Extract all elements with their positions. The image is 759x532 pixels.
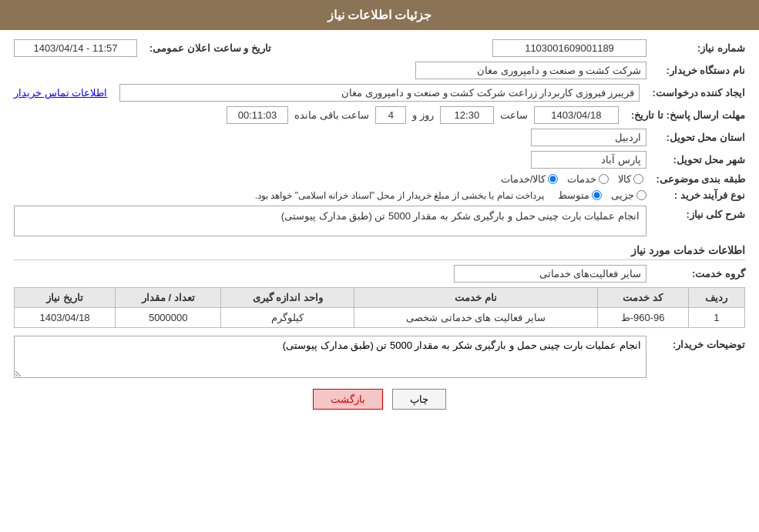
- radio-kala-input[interactable]: [633, 174, 643, 184]
- namDastgah-label: نام دستگاه خریدار:: [653, 65, 745, 76]
- shahr-label: شهر محل تحویل:: [653, 154, 745, 166]
- groupKhadamat-label: گروه خدمت:: [653, 268, 745, 279]
- ijadKarande-label: ایجاد کننده درخواست:: [646, 87, 745, 99]
- saat-value: 12:30: [440, 106, 494, 124]
- radio-kala[interactable]: کالا: [618, 173, 643, 185]
- namDastgah-value: شرکت کشت و صنعت و دامپروری مغان: [415, 62, 646, 79]
- sharhKolli-value: انجام عملیات بارت چینی حمل و بارگیری شکر…: [14, 206, 646, 236]
- saatBaqi-value: 00:11:03: [227, 106, 288, 124]
- tabaqeBandi-label: طبقه بندی موضوعی:: [650, 173, 745, 185]
- radio-mottaset-input[interactable]: [592, 190, 602, 200]
- radio-khadamat-input[interactable]: [599, 174, 609, 184]
- table-cell-5: 1403/04/18: [15, 308, 116, 328]
- khadamat-section-title: اطلاعات خدمات مورد نیاز: [14, 244, 745, 260]
- page-header: جزئیات اطلاعات نیاز: [0, 0, 759, 30]
- radio-khadamat[interactable]: خدمات: [567, 173, 609, 185]
- tozihat-textarea[interactable]: [14, 336, 646, 378]
- mohlatErsal-label: مهلت ارسال پاسخ: تا تاریخ:: [625, 109, 745, 121]
- roz-label: روز و: [412, 109, 434, 121]
- button-row: چاپ بازگشت: [14, 389, 745, 410]
- novFarayand-desc: پرداخت تمام یا بخشی از مبلغ خریدار از مح…: [255, 190, 544, 201]
- novFarayand-radio-group: جزیی متوسط: [558, 189, 646, 201]
- radio-jozi[interactable]: جزیی: [611, 189, 646, 201]
- radio-khadamat-label: خدمات: [567, 173, 596, 185]
- print-button[interactable]: چاپ: [392, 389, 446, 410]
- col-tarikh: تاریخ نیاز: [15, 288, 116, 308]
- tozihat-label: توضیحات خریدار:: [653, 336, 745, 350]
- takhKhAelan-value: 1403/04/14 - 11:57: [14, 39, 137, 57]
- roz-value: 4: [375, 106, 406, 124]
- shomareNiaz-value: 1103001609001189: [492, 39, 646, 57]
- table-cell-2: سایر فعالیت های خدماتی شخصی: [354, 308, 597, 328]
- novFarayand-label: نوع فرآیند خرید :: [653, 189, 745, 201]
- radio-mottaset[interactable]: متوسط: [558, 189, 602, 201]
- radio-kala-label: کالا: [618, 173, 631, 185]
- col-radif: ردیف: [688, 288, 744, 308]
- table-cell-1: 960-96-ط: [597, 308, 688, 328]
- table-cell-0: 1: [688, 308, 744, 328]
- saatBaqi-label: ساعت باقی مانده: [294, 109, 369, 121]
- shomareNiaz-label: شماره نیاز:: [653, 42, 745, 54]
- table-cell-4: 5000000: [116, 308, 221, 328]
- tabaqeBandi-radio-group: کالا خدمات کالا/خدمات: [501, 173, 644, 185]
- shahr-value: پارس آباد: [531, 151, 646, 169]
- sharhKolli-label: شرح کلی نیاز:: [653, 206, 745, 220]
- ijadKarande-value: فریبرز فیروزی کاربردار زراعت شرکت کشت و …: [119, 84, 640, 102]
- takhKhAelan-label: تاریخ و ساعت اعلان عمومی:: [143, 42, 271, 54]
- table-cell-3: کیلوگرم: [221, 308, 354, 328]
- radio-jozi-input[interactable]: [636, 190, 646, 200]
- col-vahed: واحد اندازه گیری: [221, 288, 354, 308]
- col-tedad: تعداد / مقدار: [116, 288, 221, 308]
- radio-kala-khadamat-input[interactable]: [548, 174, 558, 184]
- groupKhadamat-value: سایر فعالیت‌های خدماتی: [454, 265, 646, 283]
- khadamat-table: ردیف کد خدمت نام خدمت واحد اندازه گیری ت…: [14, 287, 745, 328]
- col-namKhadamat: نام خدمت: [354, 288, 597, 308]
- radio-mottaset-label: متوسط: [558, 189, 589, 201]
- aetelaatTamas-link[interactable]: اطلاعات تماس خریدار: [14, 87, 107, 99]
- radio-jozi-label: جزیی: [611, 189, 634, 201]
- back-button[interactable]: بازگشت: [313, 389, 383, 410]
- ostan-label: استان محل تحویل:: [653, 132, 745, 143]
- col-kodKhadamat: کد خدمت: [597, 288, 688, 308]
- radio-kala-khadamat[interactable]: کالا/خدمات: [501, 173, 559, 185]
- table-row: 1960-96-طسایر فعالیت های خدماتی شخصیکیلو…: [15, 308, 745, 328]
- saat-label: ساعت: [500, 109, 528, 121]
- ostan-value: اردبیل: [531, 129, 646, 146]
- page-title: جزئیات اطلاعات نیاز: [327, 8, 432, 22]
- radio-kala-khadamat-label: کالا/خدمات: [501, 173, 546, 185]
- date-value: 1403/04/18: [534, 106, 619, 124]
